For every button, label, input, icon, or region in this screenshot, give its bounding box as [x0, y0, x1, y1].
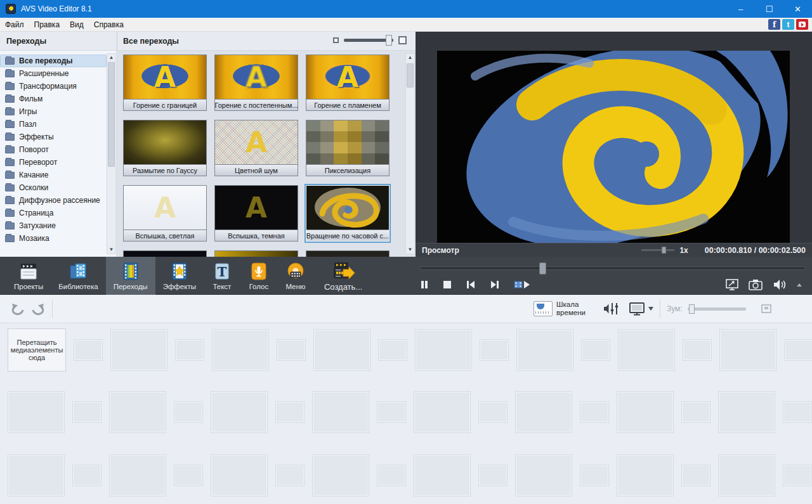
storyboard-transition-slot[interactable] — [480, 339, 509, 361]
transition-item-partial[interactable] — [123, 250, 207, 257]
storyboard-clip-slot[interactable] — [515, 455, 572, 496]
zoom-slider[interactable] — [688, 307, 746, 311]
storyboard-transition-slot[interactable] — [174, 465, 203, 486]
storyboard-clip-slot[interactable] — [312, 455, 369, 496]
tab-text[interactable]: T Текст — [204, 257, 240, 295]
transition-item[interactable]: A Горение с границей — [123, 55, 207, 111]
thumb-size-handle[interactable] — [386, 35, 392, 46]
storyboard-transition-slot[interactable] — [681, 401, 710, 423]
scrollbar-thumb[interactable] — [108, 62, 115, 167]
scroll-down-icon[interactable]: ▼ — [107, 246, 115, 254]
storyboard-transition-slot[interactable] — [275, 465, 304, 486]
storyboard-clip-slot[interactable] — [211, 455, 268, 496]
thumbnail-size-slider[interactable] — [333, 36, 407, 44]
storyboard-clip-slot[interactable] — [516, 329, 573, 371]
facebook-icon[interactable]: f — [768, 19, 780, 30]
play-to-frame-button[interactable] — [514, 280, 530, 290]
transition-item[interactable]: A Цветной шум — [214, 120, 298, 176]
storyboard-clip-slot[interactable] — [718, 391, 775, 433]
sidebar-item-1[interactable]: Расширенные — [0, 67, 107, 80]
transition-item[interactable]: A Горение с постепенным... — [214, 55, 298, 111]
transition-item-partial[interactable] — [306, 250, 390, 257]
sidebar-item-11[interactable]: Диффузное рассеяние — [0, 194, 107, 207]
sidebar-item-12[interactable]: Страница — [0, 207, 107, 219]
storyboard-clip-slot[interactable] — [8, 391, 65, 433]
storyboard-transition-slot[interactable] — [378, 339, 407, 361]
storyboard-transition-slot[interactable] — [683, 339, 712, 361]
maximize-button[interactable]: ☐ — [755, 0, 783, 18]
tab-create[interactable]: Создать... — [314, 257, 372, 295]
sidebar-item-13[interactable]: Затухание — [0, 219, 107, 232]
storyboard-clip-slot[interactable] — [618, 329, 675, 371]
thumb-size-track[interactable] — [344, 39, 393, 42]
storyboard-clip-slot[interactable] — [212, 329, 269, 371]
volume-popup-caret-icon[interactable] — [797, 283, 802, 287]
storyboard-clip-slot[interactable] — [110, 329, 167, 371]
storyboard-transition-slot[interactable] — [478, 465, 508, 486]
storyboard-transition-slot[interactable] — [681, 465, 710, 486]
transition-item[interactable]: Размытие по Гауссу — [123, 120, 207, 176]
storyboard-transition-slot[interactable] — [580, 401, 609, 423]
speed-track[interactable] — [641, 249, 674, 251]
storyboard-transition-slot[interactable] — [175, 339, 204, 361]
sidebar-item-7[interactable]: Поворот — [0, 143, 107, 156]
minimize-button[interactable]: – — [726, 0, 755, 18]
youtube-icon[interactable] — [796, 19, 808, 30]
scrollbar-thumb[interactable] — [407, 63, 414, 87]
menu-help[interactable]: Справка — [89, 20, 129, 29]
storyboard-clip-slot[interactable] — [313, 329, 370, 371]
undo-icon[interactable] — [10, 302, 25, 316]
media-drop-zone[interactable]: Перетащить медиаэлементы сюда — [8, 328, 66, 372]
storyboard-clip-slot[interactable] — [312, 391, 369, 433]
gallery-scrollbar[interactable]: ▲ ▼ — [405, 53, 415, 254]
storyboard-clip-slot[interactable] — [8, 455, 65, 496]
storyboard-transition-slot[interactable] — [377, 401, 406, 423]
sidebar-item-3[interactable]: Фильм — [0, 93, 107, 105]
seek-handle[interactable] — [539, 262, 546, 275]
storyboard-transition-slot[interactable] — [277, 339, 306, 361]
sidebar-item-2[interactable]: Трансформация — [0, 80, 107, 93]
timeline-toggle-button[interactable]: Шкала времени — [534, 300, 592, 317]
storyboard-transition-slot[interactable] — [784, 339, 812, 361]
pause-button[interactable] — [420, 280, 429, 289]
audio-mixer-icon[interactable] — [603, 302, 620, 316]
twitter-icon[interactable]: t — [782, 19, 794, 30]
sidebar-item-6[interactable]: Эффекты — [0, 131, 107, 143]
sidebar-item-14[interactable]: Мозаика — [0, 232, 107, 245]
storyboard-transition-slot[interactable] — [783, 465, 812, 486]
sidebar-item-5[interactable]: Пазл — [0, 118, 107, 131]
storyboard-clip-slot[interactable] — [719, 329, 776, 371]
menu-view[interactable]: Вид — [65, 20, 89, 29]
storyboard-transition-slot[interactable] — [72, 465, 102, 486]
speed-handle[interactable] — [662, 247, 666, 254]
transition-item-partial[interactable] — [214, 250, 298, 257]
sidebar-item-0[interactable]: Все переходы — [0, 55, 107, 67]
menu-file[interactable]: Файл — [0, 20, 29, 29]
tab-menu[interactable]: Меню — [277, 257, 314, 295]
transition-item[interactable]: A Вспышка, светлая — [123, 185, 207, 242]
scroll-down-icon[interactable]: ▼ — [406, 246, 414, 254]
fit-to-screen-icon[interactable] — [761, 304, 771, 313]
sidebar-scrollbar[interactable]: ▲ ▼ — [107, 53, 116, 254]
tab-voice[interactable]: Голос — [240, 257, 277, 295]
fullscreen-icon[interactable] — [726, 279, 738, 290]
storyboard-transition-slot[interactable] — [74, 339, 103, 361]
storyboard-transition-slot[interactable] — [377, 465, 406, 486]
storyboard-clip-slot[interactable] — [617, 455, 674, 496]
storyboard-clip-slot[interactable] — [211, 391, 268, 433]
previous-frame-button[interactable] — [466, 280, 476, 289]
scroll-up-icon[interactable]: ▲ — [406, 54, 414, 61]
storyboard-transition-slot[interactable] — [275, 401, 304, 423]
seek-track[interactable] — [420, 266, 806, 270]
storyboard-transition-slot[interactable] — [72, 401, 102, 423]
storyboard-transition-slot[interactable] — [581, 339, 610, 361]
transition-item[interactable]: A Вспышка, темная — [214, 185, 298, 242]
storyboard-clip-slot[interactable] — [414, 455, 471, 496]
sidebar-item-8[interactable]: Переворот — [0, 156, 107, 169]
scroll-up-icon[interactable]: ▲ — [107, 54, 115, 61]
sidebar-item-4[interactable]: Игры — [0, 105, 107, 118]
snapshot-camera-icon[interactable] — [749, 279, 763, 290]
storyboard-transition-slot[interactable] — [783, 401, 812, 423]
storyboard-transition-slot[interactable] — [174, 401, 203, 423]
storyboard-clip-slot[interactable] — [718, 455, 775, 496]
